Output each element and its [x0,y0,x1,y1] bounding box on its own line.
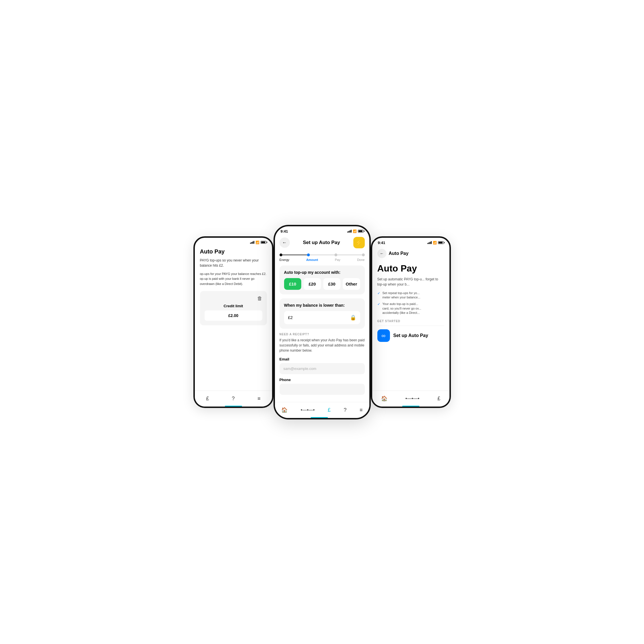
step-line-3 [337,255,362,255]
support-icon: ? [344,407,346,413]
receipt-label: NEED A RECEIPT? [280,333,365,336]
step-label-pay: Pay [335,258,340,261]
left-card: 🗑 Credit limit £2.00 [200,291,267,325]
center-battery-icon [358,230,364,233]
credit-value: £2.00 [205,310,262,321]
right-back-button[interactable]: ← [377,249,387,258]
amount-btn-30[interactable]: £30 [323,278,341,290]
bullet-text-2: Your auto top-up is paid...card, so you'… [383,302,421,315]
nav-item-money[interactable]: £ [206,396,209,402]
nav-item-help[interactable]: ? [232,396,235,402]
right-wifi-icon: 📶 [433,241,437,245]
step-label-amount: Amount [306,258,318,261]
setup-btn-label: Set up Auto Pay [393,333,428,338]
step-label-energy: Energy [280,258,290,261]
right-time: 9:41 [378,241,385,245]
step-label-done: Done [357,258,364,261]
center-nav-indicator [311,417,328,418]
amount-btn-10[interactable]: £10 [284,278,302,290]
left-bullets: op-ups for your PAYG your balance reache… [200,272,267,287]
infinity-icon: ∞ [377,329,390,342]
right-status-bar: 9:41 📶 [372,238,449,246]
progress-steps: Energy Amount Pay Done [275,251,369,265]
email-input[interactable] [280,363,365,374]
setup-auto-pay-button[interactable]: ∞ Set up Auto Pay [377,329,444,342]
balance-input-row: £2 🔒 [284,311,360,324]
right-main-title: Auto Pay [377,263,444,274]
center-header: ← Set up Auto Pay ⚡ [275,235,369,251]
center-time: 9:41 [281,229,288,233]
amount-options: £10 £20 £30 Other [284,278,360,290]
center-wifi-icon: 📶 [353,229,357,233]
receipt-section: NEED A RECEIPT? If you'd like a receipt … [280,333,365,398]
nav-item-menu[interactable]: ≡ [257,396,261,402]
left-content: Auto Pay PAYG top-ups so you never when … [195,245,272,408]
right-nav-activity[interactable]: •—•—• [405,396,419,401]
right-phone: 9:41 📶 ← Auto Pay Auto Pay Set u [371,236,451,408]
help-icon: ? [232,396,235,402]
amount-section-title: Auto top-up my account with: [284,270,360,275]
right-page-title: Auto Pay [389,251,409,256]
balance-section: When my balance is lower than: £2 🔒 [280,298,365,329]
nav-indicator [225,406,242,407]
right-billing-icon: £ [437,396,440,402]
step-line-2 [310,255,334,255]
center-status-bar: 9:41 📶 [275,226,369,235]
right-nav-indicator [402,406,419,407]
back-arrow-icon: ← [282,240,287,245]
check-icon-1: ✓ [377,291,380,295]
bullet-item-2: ✓ Your auto top-up is paid...card, so yo… [377,302,444,315]
step-dot-pay [334,253,337,256]
amount-btn-20[interactable]: £20 [304,278,321,290]
credit-label: Credit limit [205,304,262,308]
center-main-content: Auto top-up my account with: £10 £20 £30… [275,265,369,419]
nav-item-activity[interactable]: •—•—• [301,407,315,413]
lightning-button[interactable]: ⚡ [353,237,365,248]
bullet-text-1: Set repeat top-ups for yo...meter when y… [383,291,421,300]
center-bottom-nav: 🏠 •—•—• £ ? ≡ [275,402,369,418]
center-signal-icon [347,230,352,233]
right-nav-home[interactable]: 🏠 [381,395,387,402]
activity-icon: •—•—• [301,407,315,413]
signal-icon [250,241,254,244]
menu-icon: ≡ [257,396,261,402]
nav-item-billing[interactable]: £ [328,407,331,413]
right-back-arrow-icon: ← [380,251,384,256]
receipt-desc: If you'd like a receipt when your Auto P… [280,338,365,353]
lock-icon: 🔒 [350,314,356,321]
more-icon: ≡ [360,407,363,413]
amount-section: Auto top-up my account with: £10 £20 £30… [280,265,365,294]
amount-btn-other[interactable]: Other [343,278,360,290]
right-content: ← Auto Pay Auto Pay Set up automatic PAY… [372,246,449,408]
right-signal-icon [427,241,432,244]
center-phone: 9:41 📶 ← Set up Auto Pay ⚡ [274,225,371,419]
right-nav-billing[interactable]: £ [437,396,440,402]
wifi-icon: 📶 [255,241,259,244]
email-label: Email [280,357,365,361]
right-bottom-nav: 🏠 •—•—• £ [372,391,449,407]
nav-item-more[interactable]: ≡ [360,407,363,413]
step-dot-energy [280,253,282,256]
phone-input[interactable] [280,384,365,395]
right-back-row: ← Auto Pay [377,249,444,258]
get-started-label: GET STARTED [377,320,444,323]
left-bottom-nav: £ ? ≡ [195,391,272,407]
right-home-icon: 🏠 [381,395,387,402]
lightning-icon: ⚡ [355,239,362,246]
center-page-title: Set up Auto Pay [303,240,340,245]
step-dot-amount [307,253,310,256]
left-title: Auto Pay [200,248,267,255]
right-desc: Set up automatic PAYG top-u... forget to… [377,277,444,287]
step-line-1 [282,255,307,255]
balance-section-title: When my balance is lower than: [284,303,360,308]
home-icon: 🏠 [281,407,288,413]
nav-item-home[interactable]: 🏠 [281,407,288,413]
delete-icon[interactable]: 🗑 [257,296,262,302]
right-battery-icon [438,241,444,244]
phone-label: Phone [280,378,365,382]
battery-icon [261,241,266,244]
divider [377,326,444,326]
money-icon: £ [206,396,209,402]
nav-item-support[interactable]: ? [344,407,346,413]
back-button[interactable]: ← [280,237,290,248]
